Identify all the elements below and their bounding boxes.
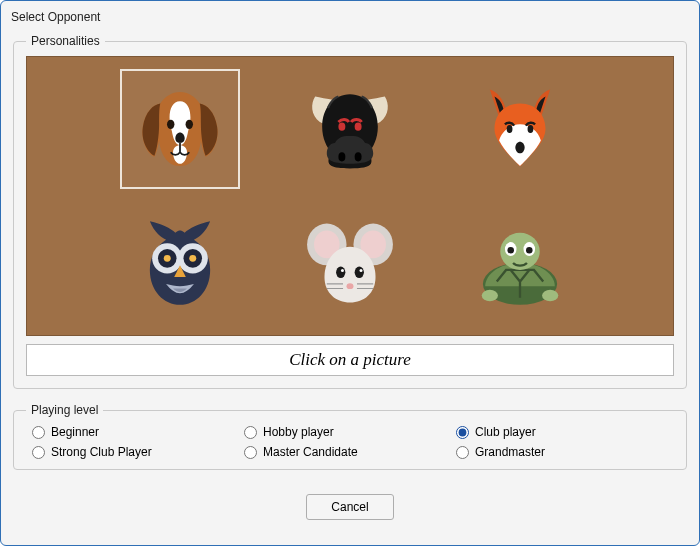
mouse-icon [292, 205, 408, 321]
level-beginner-radio[interactable] [32, 426, 45, 439]
owl-icon [122, 205, 238, 321]
level-grandmaster-radio[interactable] [456, 446, 469, 459]
svg-point-18 [336, 266, 345, 278]
level-label: Grandmaster [475, 445, 545, 459]
level-label: Club player [475, 425, 536, 439]
svg-point-0 [167, 120, 174, 129]
svg-point-2 [338, 152, 345, 161]
svg-point-19 [355, 266, 364, 278]
level-label: Beginner [51, 425, 99, 439]
cancel-button[interactable]: Cancel [306, 494, 394, 520]
avatar-mouse[interactable] [290, 203, 410, 323]
select-opponent-dialog: Select Opponent Personalities [0, 0, 700, 546]
level-hobby-radio[interactable] [244, 426, 257, 439]
level-club[interactable]: Club player [456, 425, 668, 439]
svg-point-13 [189, 255, 196, 262]
avatar-gallery [26, 56, 674, 336]
dialog-title: Select Opponent [1, 1, 699, 32]
personalities-legend: Personalities [26, 34, 105, 48]
svg-point-28 [526, 247, 532, 253]
level-label: Strong Club Player [51, 445, 152, 459]
level-grandmaster[interactable]: Grandmaster [456, 445, 668, 459]
avatar-bull[interactable] [290, 69, 410, 189]
playing-level-legend: Playing level [26, 403, 103, 417]
svg-point-7 [528, 125, 534, 133]
avatar-owl[interactable] [120, 203, 240, 323]
level-master-candidate-radio[interactable] [244, 446, 257, 459]
svg-point-22 [347, 283, 354, 289]
avatar-fox[interactable] [460, 69, 580, 189]
level-master-candidate[interactable]: Master Candidate [244, 445, 456, 459]
level-strong-club[interactable]: Strong Club Player [32, 445, 244, 459]
level-beginner[interactable]: Beginner [32, 425, 244, 439]
level-label: Hobby player [263, 425, 334, 439]
level-hobby[interactable]: Hobby player [244, 425, 456, 439]
svg-point-21 [360, 269, 363, 272]
level-label: Master Candidate [263, 445, 358, 459]
beagle-icon [122, 71, 238, 187]
svg-point-4 [338, 123, 345, 131]
svg-point-20 [341, 269, 344, 272]
personalities-group: Personalities [13, 34, 687, 389]
playing-level-group: Playing level Beginner Hobby player Club… [13, 403, 687, 470]
svg-point-6 [507, 125, 513, 133]
svg-point-29 [482, 290, 498, 302]
bull-icon [292, 71, 408, 187]
instruction-bar: Click on a picture [26, 344, 674, 376]
svg-point-27 [507, 247, 513, 253]
avatar-turtle[interactable] [460, 203, 580, 323]
level-club-radio[interactable] [456, 426, 469, 439]
svg-point-30 [542, 290, 558, 302]
svg-point-5 [355, 123, 362, 131]
avatar-beagle[interactable] [120, 69, 240, 189]
turtle-icon [462, 205, 578, 321]
svg-point-1 [186, 120, 193, 129]
fox-icon [462, 71, 578, 187]
svg-point-3 [355, 152, 362, 161]
level-strong-club-radio[interactable] [32, 446, 45, 459]
svg-point-12 [164, 255, 171, 262]
